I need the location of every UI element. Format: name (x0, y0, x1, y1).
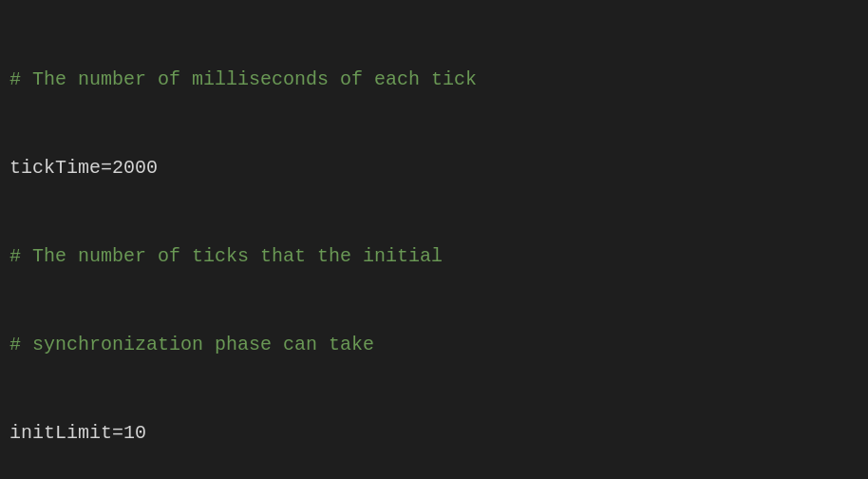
line-3: # The number of ticks that the initial (9, 241, 859, 271)
line-4: # synchronization phase can take (9, 330, 859, 359)
line-1: # The number of milliseconds of each tic… (9, 65, 859, 94)
code-editor: # The number of milliseconds of each tic… (0, 0, 868, 479)
line-2: tickTime=2000 (9, 153, 859, 182)
line-5: initLimit=10 (9, 418, 859, 448)
